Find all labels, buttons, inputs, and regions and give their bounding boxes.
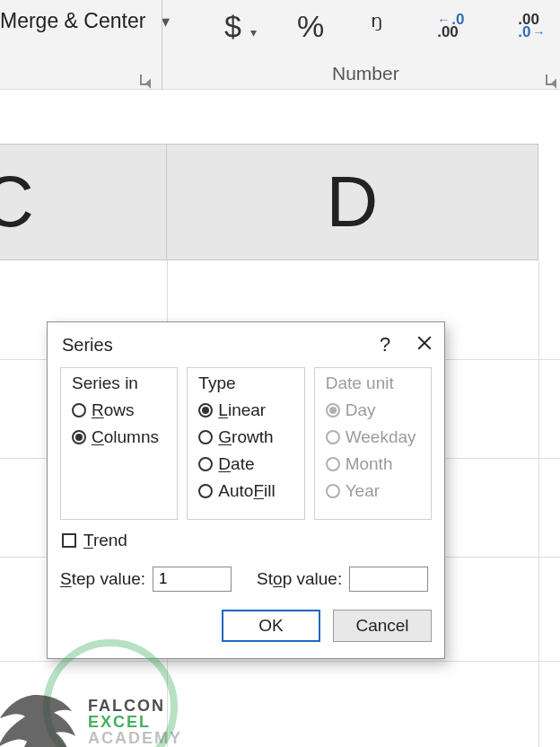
radio-weekday: Weekday: [326, 427, 420, 447]
series-dialog: Series ? Series in Rows Columns: [47, 321, 445, 659]
radio-icon: [198, 403, 213, 417]
radio-linear[interactable]: Linear: [198, 400, 293, 420]
decrease-decimal-button[interactable]: .00 .0→: [518, 13, 545, 39]
watermark: FALCON EXCEL ACADEMY: [0, 677, 182, 747]
wm-line2: EXCEL: [88, 714, 182, 730]
increase-decimal-button[interactable]: ←.0 .00: [437, 13, 464, 39]
group-label-number: Number: [332, 63, 399, 84]
gridline: [538, 260, 539, 747]
radio-rows[interactable]: Rows: [72, 400, 166, 420]
radio-day: Day: [326, 400, 420, 420]
stop-value-input[interactable]: [349, 567, 428, 592]
radio-icon: [72, 403, 86, 417]
wm-line3: ACADEMY: [88, 730, 182, 746]
column-header-c[interactable]: C: [0, 144, 167, 260]
radio-icon: [198, 457, 213, 471]
radio-icon: [198, 484, 213, 498]
stop-value-label: Stop value:: [257, 569, 342, 589]
cancel-button[interactable]: Cancel: [333, 610, 432, 642]
radio-icon: [198, 430, 213, 444]
wm-line1: FALCON: [88, 698, 182, 714]
group-legend: Date unit: [326, 374, 394, 393]
dialog-titlebar: Series ?: [48, 322, 444, 367]
ok-button[interactable]: OK: [222, 610, 320, 642]
trend-checkbox[interactable]: Trend: [62, 531, 432, 550]
percent-style-button[interactable]: %: [297, 9, 324, 44]
radio-icon: [326, 403, 340, 417]
radio-label: Year: [346, 481, 380, 501]
radio-label: Day: [346, 400, 376, 420]
step-value-input[interactable]: [153, 567, 232, 592]
merge-center-button[interactable]: Merge & Center ▾: [0, 9, 170, 33]
ribbon: Merge & Center ▾ $▾ % ᵑ ←.0 .00 .00 .0→ …: [0, 0, 560, 90]
dialog-title: Series: [62, 335, 365, 356]
radio-month: Month: [326, 454, 420, 474]
column-header-d[interactable]: D: [167, 144, 538, 260]
type-group: Type Linear Growth Date AutoFill: [187, 367, 304, 520]
comma-style-button[interactable]: ᵑ: [371, 8, 383, 44]
help-button[interactable]: ?: [365, 333, 405, 356]
radio-year: Year: [326, 481, 420, 501]
step-value-label: Step value:: [60, 569, 145, 589]
radio-date[interactable]: Date: [198, 454, 293, 474]
eagle-icon: [0, 677, 81, 747]
merge-center-label: Merge & Center: [0, 9, 145, 33]
radio-label: ows: [104, 400, 135, 419]
chevron-down-icon: ▾: [250, 25, 257, 40]
checkbox-icon: [62, 533, 76, 548]
number-group: $▾ % ᵑ ←.0 .00 .00 .0→: [162, 4, 560, 48]
radio-label: Month: [346, 454, 393, 474]
group-legend: Series in: [72, 374, 138, 393]
radio-growth[interactable]: Growth: [198, 427, 293, 447]
radio-icon: [326, 484, 340, 498]
number-dialog-launcher-icon[interactable]: [546, 75, 556, 85]
close-icon[interactable]: [405, 335, 444, 356]
radio-label: Weekday: [346, 427, 416, 447]
radio-columns[interactable]: Columns: [72, 427, 166, 447]
alignment-dialog-launcher-icon[interactable]: [140, 75, 151, 85]
radio-icon: [326, 430, 340, 444]
radio-autofill[interactable]: AutoFill: [198, 481, 293, 501]
radio-icon: [72, 430, 86, 444]
group-legend: Type: [198, 374, 235, 393]
accounting-format-button[interactable]: $▾: [224, 9, 257, 44]
radio-icon: [326, 457, 340, 471]
series-in-group: Series in Rows Columns: [60, 367, 178, 520]
date-unit-group: Date unit Day Weekday Month Year: [314, 367, 432, 520]
